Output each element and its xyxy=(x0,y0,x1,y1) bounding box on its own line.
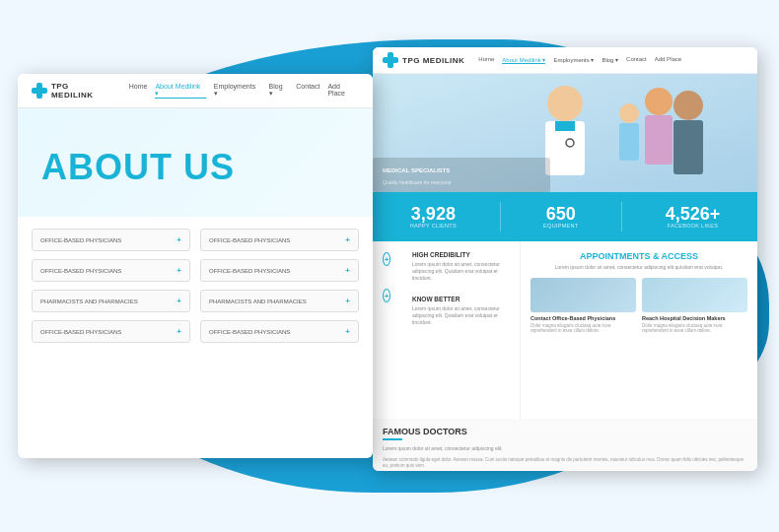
content-area: + HIGH CREDIBILITY Lorem ipsum dolor sit… xyxy=(373,241,757,419)
logo-cross-icon-right xyxy=(383,52,398,68)
svg-rect-8 xyxy=(619,123,639,161)
hero-section-left: ABOUT US xyxy=(18,108,373,217)
svg-point-1 xyxy=(547,86,583,121)
stat-happy-clients: 3,928 HAPPY CLIENTS xyxy=(410,205,457,229)
menu-row-2: OFFICE-BASED PHYSICIANS + OFFICE-BASED P… xyxy=(32,259,359,282)
nav-about-right[interactable]: About Medilink ▾ xyxy=(502,56,545,64)
nav-addplace-left[interactable]: Add Place xyxy=(327,83,359,99)
appt-card-1-text: Dolor magna eliugaris cluciasq aute irur… xyxy=(531,323,636,335)
menu-item-1b[interactable]: OFFICE-BASED PHYSICIANS + xyxy=(200,229,359,251)
menu-item-1a-plus: + xyxy=(177,235,181,244)
menu-item-2b-label: OFFICE-BASED PHYSICIANS xyxy=(209,268,290,274)
hero-image-area: MEDICAL SPECIALISTS Quality healthcare f… xyxy=(373,74,757,192)
menu-item-3b[interactable]: PHARMACISTS AND PHARMACIES + xyxy=(200,290,359,312)
famous-doctors-title: FAMOUS DOCTORS xyxy=(383,427,747,436)
menu-item-1a[interactable]: OFFICE-BASED PHYSICIANS + xyxy=(32,229,190,251)
appt-card-2-title: Reach Hospital Decision Makers xyxy=(642,315,747,321)
menu-item-3a-label: PHARMACISTS AND PHARMACIES xyxy=(40,299,138,304)
plus-icon-know: + xyxy=(385,292,390,300)
stat-happy-clients-number: 3,928 xyxy=(410,205,457,223)
nav-contact-left[interactable]: Contact xyxy=(296,83,319,99)
menu-row-3: PHARMACISTS AND PHARMACIES + PHARMACISTS… xyxy=(32,290,359,312)
menu-item-4b-plus: + xyxy=(345,327,350,336)
stat-equipment: 650 EQUIPMENT xyxy=(543,205,578,229)
stats-bar: 3,928 HAPPY CLIENTS 650 EQUIPMENT 4,526+… xyxy=(373,192,757,241)
nav-employ-left[interactable]: Employments ▾ xyxy=(214,83,261,99)
famous-subtitle: Lorem ipsum dolor sit amet, consectetur … xyxy=(383,445,747,452)
stat-divider-1 xyxy=(500,202,501,232)
know-better-text-block: KNOW BETTER Lorem ipsum dolor sit amet, … xyxy=(412,288,510,326)
stat-facebook-likes-label: FACEBOOK LIKES xyxy=(666,223,721,229)
nav-bar-right: TPG MEDILINK Home About Medilink ▾ Emplo… xyxy=(373,47,757,74)
stat-divider-2 xyxy=(621,202,622,232)
famous-description: Aenean commodo ligula eget dolor. Aenean… xyxy=(383,457,747,470)
appointments-text: Lorem ipsum dolor sit amet, consectetur … xyxy=(531,264,747,272)
nav-blog-left[interactable]: Blog ▾ xyxy=(269,83,289,99)
menu-item-2b-plus: + xyxy=(345,266,350,275)
svg-point-7 xyxy=(619,103,639,123)
stat-facebook-likes-number: 4,526+ xyxy=(666,205,721,223)
nav-blog-right[interactable]: Blog ▾ xyxy=(602,56,618,64)
menu-item-1b-plus: + xyxy=(345,235,350,244)
know-better-section: + KNOW BETTER Lorem ipsum dolor sit amet… xyxy=(383,288,510,326)
menu-item-3b-plus: + xyxy=(345,297,350,305)
content-right-col: APPOINTMENTS & ACCESS Lorem ipsum dolor … xyxy=(521,241,757,419)
svg-rect-10 xyxy=(673,120,703,174)
content-left-col: + HIGH CREDIBILITY Lorem ipsum dolor sit… xyxy=(373,241,521,419)
famous-title-underline xyxy=(383,438,402,440)
nav-contact-right[interactable]: Contact xyxy=(626,56,647,64)
appt-card-1-img xyxy=(531,278,636,312)
svg-point-9 xyxy=(673,91,703,120)
about-us-title: ABOUT US xyxy=(41,147,235,188)
svg-rect-11 xyxy=(373,158,550,192)
menu-item-4a[interactable]: OFFICE-BASED PHYSICIANS + xyxy=(32,320,190,343)
panel-main-website: TPG MEDILINK Home About Medilink ▾ Emplo… xyxy=(373,47,757,471)
plus-icon-credibility: + xyxy=(385,255,390,264)
appt-card-2: Reach Hospital Decision Makers Dolor mag… xyxy=(642,278,747,335)
menu-item-2b[interactable]: OFFICE-BASED PHYSICIANS + xyxy=(200,259,359,282)
know-better-body: Lorem ipsum dolor sit amet, consectetur … xyxy=(412,305,510,326)
appointment-cards: Contact Office-Based Physicians Dolor ma… xyxy=(531,278,747,335)
logo-text-right: TPG MEDILINK xyxy=(402,56,464,65)
menu-item-1a-label: OFFICE-BASED PHYSICIANS xyxy=(40,237,121,243)
credibility-text-block: HIGH CREDIBILITY Lorem ipsum dolor sit a… xyxy=(412,251,510,282)
logo-right: TPG MEDILINK xyxy=(383,52,464,68)
nav-home-right[interactable]: Home xyxy=(478,56,494,64)
nav-home-left[interactable]: Home xyxy=(129,83,148,99)
menu-item-4a-label: OFFICE-BASED PHYSICIANS xyxy=(40,329,121,335)
nav-bar-left: TPG MEDILINK Home About Medilink ▾ Emplo… xyxy=(18,74,373,108)
menu-item-3a[interactable]: PHARMACISTS AND PHARMACIES + xyxy=(32,290,190,312)
menu-item-4b[interactable]: OFFICE-BASED PHYSICIANS + xyxy=(200,320,359,343)
appointments-title: APPOINTMENTS & ACCESS xyxy=(531,251,747,261)
credibility-title: HIGH CREDIBILITY xyxy=(412,251,510,258)
svg-rect-3 xyxy=(555,121,575,131)
nav-addplace-right[interactable]: Add Place xyxy=(655,56,681,64)
stat-equipment-number: 650 xyxy=(543,205,578,223)
logo-left: TPG MEDILINK xyxy=(32,82,113,100)
credibility-icon: + xyxy=(383,252,390,266)
menu-item-3b-label: PHARMACISTS AND PHARMACIES xyxy=(209,299,307,304)
menu-item-2a[interactable]: OFFICE-BASED PHYSICIANS + xyxy=(32,259,190,282)
menu-item-2a-label: OFFICE-BASED PHYSICIANS xyxy=(40,268,121,274)
appt-card-1-title: Contact Office-Based Physicians xyxy=(531,315,636,321)
nav-employ-right[interactable]: Employments ▾ xyxy=(553,56,594,64)
svg-text:MEDICAL SPECIALISTS: MEDICAL SPECIALISTS xyxy=(383,167,450,173)
appt-card-1: Contact Office-Based Physicians Dolor ma… xyxy=(531,278,636,335)
nav-links-right: Home About Medilink ▾ Employments ▾ Blog… xyxy=(478,56,681,64)
stat-happy-clients-label: HAPPY CLIENTS xyxy=(410,223,457,229)
stat-equipment-label: EQUIPMENT xyxy=(543,223,578,229)
appt-card-2-img xyxy=(642,278,747,312)
menu-row-4: OFFICE-BASED PHYSICIANS + OFFICE-BASED P… xyxy=(32,320,359,343)
hero-illustration: MEDICAL SPECIALISTS Quality healthcare f… xyxy=(373,74,757,192)
appt-card-2-text: Dolor magna eliugaris cluciasq aute irur… xyxy=(642,323,747,335)
know-better-icon: + xyxy=(383,289,390,302)
menu-section-left: OFFICE-BASED PHYSICIANS + OFFICE-BASED P… xyxy=(18,217,373,363)
know-better-title: KNOW BETTER xyxy=(412,296,510,302)
famous-doctors-section: FAMOUS DOCTORS Lorem ipsum dolor sit ame… xyxy=(373,419,757,471)
menu-item-3a-plus: + xyxy=(177,297,181,305)
logo-text-left: TPG MEDILINK xyxy=(51,82,113,100)
menu-item-4a-plus: + xyxy=(177,327,181,336)
menu-row-1: OFFICE-BASED PHYSICIANS + OFFICE-BASED P… xyxy=(32,229,359,251)
stat-facebook-likes: 4,526+ FACEBOOK LIKES xyxy=(666,205,721,229)
nav-about-left[interactable]: About Medilink ▾ xyxy=(155,83,205,99)
